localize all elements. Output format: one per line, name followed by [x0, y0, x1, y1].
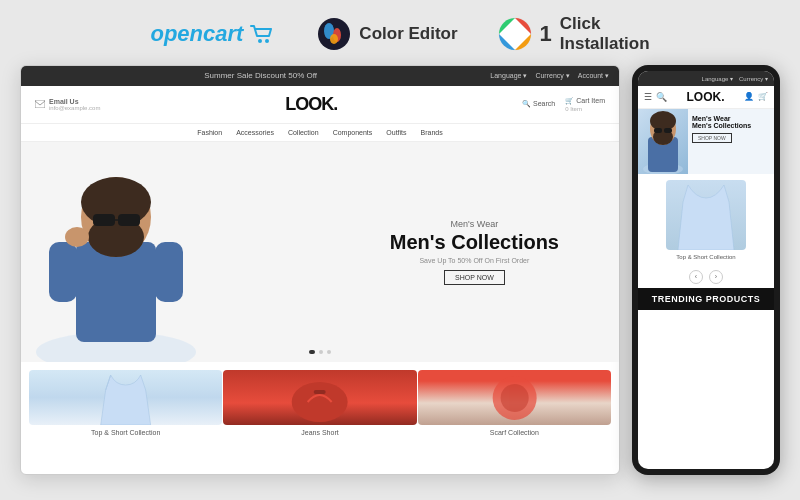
desktop-products: Top & Short Collection Jeans Short — [21, 362, 619, 440]
desktop-nav: Fashion Accessories Collection Component… — [21, 124, 619, 142]
badge-bar: opencart Color Editor 1 Click Inst — [0, 0, 800, 65]
header-actions: 🔍 Search 🛒 Cart Item0 Item — [522, 97, 605, 112]
oneclick-number: 1 — [540, 21, 552, 47]
hero-cta-button[interactable]: SHOP NOW — [444, 270, 505, 285]
svg-rect-30 — [664, 128, 672, 133]
promo-text: Summer Sale Discount 50% Off — [31, 71, 490, 80]
mobile-hero-image — [638, 109, 688, 174]
mobile-hero-title: Men's WearMen's Collections — [692, 115, 770, 129]
mobile-currency[interactable]: Currency ▾ — [739, 75, 768, 82]
nav-outfits[interactable]: Outfits — [386, 129, 406, 136]
svg-point-1 — [265, 39, 269, 43]
desktop-header: Email Us info@example.com LOOK. 🔍 Search… — [21, 86, 619, 124]
svg-point-20 — [292, 382, 348, 422]
color-drop-icon — [317, 17, 351, 51]
prev-arrow-button[interactable]: ‹ — [689, 270, 703, 284]
mobile-screen: Language ▾ Currency ▾ ☰ 🔍 LOOK. 👤 🛒 — [638, 71, 774, 469]
mobile-product: Top & Short Collection — [638, 174, 774, 266]
color-editor-label: Color Editor — [359, 24, 457, 44]
svg-point-19 — [65, 227, 89, 247]
trending-label: TRENDING PRODUCTS — [644, 294, 768, 304]
mobile-logo: LOOK. — [687, 90, 725, 104]
preview-area: Summer Sale Discount 50% Off Language ▾ … — [0, 65, 800, 475]
svg-rect-15 — [118, 214, 140, 226]
product-card-scarf: Scarf Collection — [418, 370, 611, 436]
hero-text-block: Men's Wear Men's Collections Save Up To … — [390, 219, 559, 285]
mobile-shop-button[interactable]: SHOP NOW — [692, 133, 732, 143]
svg-point-23 — [500, 384, 528, 412]
nav-components[interactable]: Components — [333, 129, 373, 136]
mobile-language[interactable]: Language ▾ — [702, 75, 733, 82]
next-arrow-button[interactable]: › — [709, 270, 723, 284]
nav-accessories[interactable]: Accessories — [236, 129, 274, 136]
language-link[interactable]: Language ▾ — [490, 72, 527, 80]
oneclick-line2: Installation — [560, 34, 650, 54]
svg-point-7 — [507, 26, 523, 42]
mobile-product-image — [666, 180, 746, 250]
nav-collection[interactable]: Collection — [288, 129, 319, 136]
mobile-hero: Men's WearMen's Collections SHOP NOW — [638, 109, 774, 174]
mobile-header: ☰ 🔍 LOOK. 👤 🛒 — [638, 86, 774, 109]
color-editor-badge: Color Editor — [317, 17, 457, 51]
hero-description: Save Up To 50% Off On First Order — [390, 257, 559, 264]
hero-subtitle: Men's Wear — [390, 219, 559, 229]
bag-product-image — [223, 370, 416, 425]
email-value: info@example.com — [49, 105, 100, 111]
mobile-mockup: Language ▾ Currency ▾ ☰ 🔍 LOOK. 👤 🛒 — [632, 65, 780, 475]
mobile-trending-section: TRENDING PRODUCTS — [638, 288, 774, 310]
mobile-arrows: ‹ › — [638, 266, 774, 288]
opencart-badge: opencart — [150, 21, 277, 47]
dot-active — [309, 350, 315, 354]
desktop-hero: Men's Wear Men's Collections Save Up To … — [21, 142, 619, 362]
svg-rect-29 — [654, 128, 662, 133]
product-label-dress: Top & Short Collection — [29, 429, 222, 436]
email-icon — [35, 100, 45, 108]
mobile-search-icon[interactable]: 🔍 — [656, 92, 667, 102]
product-label-scarf: Scarf Collection — [418, 429, 611, 436]
dot-1 — [319, 350, 323, 354]
mobile-cart-icon[interactable]: 🛒 — [758, 92, 768, 101]
desktop-mockup: Summer Sale Discount 50% Off Language ▾ … — [20, 65, 620, 475]
svg-rect-18 — [155, 242, 183, 302]
svg-rect-21 — [314, 390, 326, 394]
opencart-logo-text: opencart — [150, 21, 243, 47]
nav-fashion[interactable]: Fashion — [197, 129, 222, 136]
hero-dots — [309, 350, 331, 354]
header-email: Email Us info@example.com — [35, 98, 100, 111]
mobile-menu-icon[interactable]: ☰ — [644, 92, 652, 102]
svg-rect-14 — [93, 214, 115, 226]
oneclick-icon — [498, 17, 532, 51]
oneclick-line1: Click — [560, 14, 650, 34]
scarf-product-image — [418, 370, 611, 425]
mobile-product-label: Top & Short Collection — [676, 254, 735, 260]
hero-figure — [31, 152, 201, 362]
cart-link[interactable]: 🛒 Cart Item0 Item — [565, 97, 605, 112]
mobile-topbar: Language ▾ Currency ▾ — [638, 71, 774, 86]
oneclick-badge: 1 Click Installation — [498, 14, 650, 55]
svg-point-0 — [258, 39, 262, 43]
opencart-cart-icon — [249, 24, 277, 44]
topbar-links: Language ▾ Currency ▾ Account ▾ — [490, 72, 609, 80]
dot-2 — [327, 350, 331, 354]
currency-link[interactable]: Currency ▾ — [535, 72, 569, 80]
product-label-bag: Jeans Short — [223, 429, 416, 436]
nav-brands[interactable]: Brands — [421, 129, 443, 136]
search-link[interactable]: 🔍 Search — [522, 100, 555, 108]
mobile-user-icon[interactable]: 👤 — [744, 92, 754, 101]
svg-point-5 — [330, 34, 338, 44]
hero-title: Men's Collections — [390, 231, 559, 253]
svg-rect-8 — [35, 100, 45, 108]
desktop-topbar: Summer Sale Discount 50% Off Language ▾ … — [21, 66, 619, 86]
account-link[interactable]: Account ▾ — [578, 72, 609, 80]
email-label: Email Us — [49, 98, 100, 105]
dress-product-image — [29, 370, 222, 425]
mobile-hero-text: Men's WearMen's Collections SHOP NOW — [688, 109, 774, 174]
svg-rect-17 — [49, 242, 77, 302]
product-card-bag: Jeans Short — [223, 370, 416, 436]
cart-count: 0 Item — [565, 106, 582, 112]
product-card-dress: Top & Short Collection — [29, 370, 222, 436]
mobile-right-icons: 👤 🛒 — [744, 92, 768, 101]
svg-point-27 — [650, 111, 676, 131]
desktop-logo: LOOK. — [285, 94, 337, 115]
